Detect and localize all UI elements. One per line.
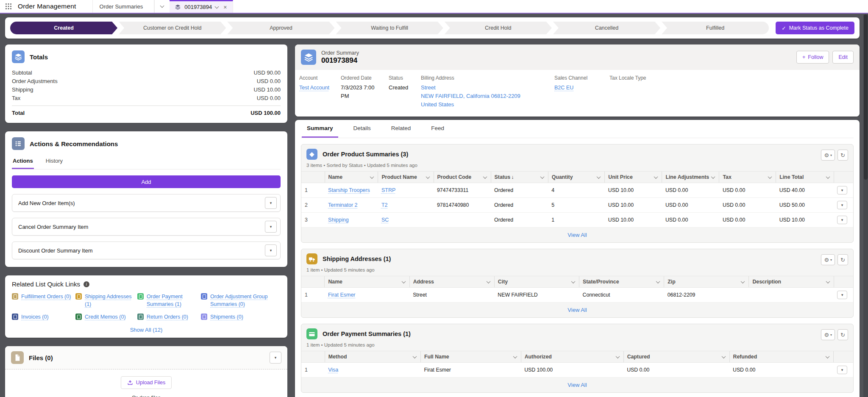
tab-history[interactable]: History xyxy=(45,154,64,169)
column-menu-icon[interactable] xyxy=(401,279,406,283)
column-header-unit-price[interactable]: Unit Price xyxy=(605,172,662,183)
show-all-link[interactable]: Show All (12) xyxy=(130,327,163,333)
column-header-product-code[interactable]: Product Code xyxy=(434,172,491,183)
column-header-line-total[interactable]: Line Total xyxy=(776,172,834,183)
product-link[interactable]: STRP xyxy=(381,187,395,193)
action-item-cancel-order-summary-item[interactable]: Cancel Order Summary Item ▾ xyxy=(12,218,281,236)
return-orders-link[interactable]: Return Orders (0) xyxy=(147,313,188,321)
column-header-name[interactable]: Name xyxy=(325,276,409,288)
column-menu-icon[interactable] xyxy=(826,354,830,358)
list-settings-button[interactable]: ⚙▾ xyxy=(821,150,835,161)
shipments-link[interactable]: Shipments (0) xyxy=(210,313,243,321)
edit-button[interactable]: Edit xyxy=(832,51,854,64)
files-drop-zone[interactable]: Upload Files Or drop files xyxy=(5,369,287,397)
column-header-name[interactable]: Name xyxy=(325,172,378,183)
column-menu-icon[interactable] xyxy=(721,354,726,358)
action-dropdown-icon[interactable]: ▾ xyxy=(265,197,277,209)
column-header-captured[interactable]: Captured xyxy=(623,351,729,363)
refresh-button[interactable]: ↻ xyxy=(837,254,848,265)
column-header-state-province[interactable]: State/Province xyxy=(579,276,664,288)
billing-address-link[interactable]: Street xyxy=(421,83,548,92)
record-tab-dropdown-icon[interactable] xyxy=(215,4,219,8)
row-actions-icon[interactable]: ▾ xyxy=(837,291,847,299)
action-item-add-new-order-items[interactable]: Add New Order Item(s) ▾ xyxy=(12,194,281,212)
tab-summary[interactable]: Summary xyxy=(302,120,338,138)
view-all-link[interactable]: View All xyxy=(568,382,587,388)
follow-button[interactable]: + Follow xyxy=(796,51,829,64)
column-header-status[interactable]: Status↓ xyxy=(491,172,548,183)
row-actions-icon[interactable]: ▾ xyxy=(837,201,847,209)
info-icon[interactable] xyxy=(83,281,89,287)
order-payment-summaries-link[interactable]: Order Payment Summaries (1) xyxy=(147,293,201,308)
column-header-zip[interactable]: Zip xyxy=(664,276,749,288)
column-menu-icon[interactable] xyxy=(826,175,830,179)
sales-channel-link[interactable]: B2C EU xyxy=(554,84,573,92)
vertical-scrollbar[interactable] xyxy=(863,14,868,397)
list-settings-button[interactable]: ⚙▾ xyxy=(821,254,835,265)
column-header-product-name[interactable]: Product Name xyxy=(378,172,434,183)
column-menu-icon[interactable] xyxy=(615,354,620,358)
files-dropdown-icon[interactable]: ▾ xyxy=(270,352,281,364)
add-button[interactable]: Add xyxy=(12,175,281,188)
column-header-tax[interactable]: Tax xyxy=(719,172,776,183)
column-menu-icon[interactable] xyxy=(768,175,772,179)
column-menu-icon[interactable] xyxy=(654,175,658,179)
nav-tab-dropdown-icon[interactable] xyxy=(154,0,170,13)
column-header-method[interactable]: Method xyxy=(325,351,420,363)
column-menu-icon[interactable] xyxy=(483,175,487,179)
refresh-button[interactable]: ↻ xyxy=(837,329,848,340)
nav-tab-record-001973894[interactable]: 001973894 × xyxy=(170,0,233,13)
column-menu-icon[interactable] xyxy=(486,279,490,283)
product-summary-link[interactable]: Shipping xyxy=(328,217,349,223)
path-stage-approved[interactable]: Approved xyxy=(227,22,334,34)
column-menu-icon[interactable] xyxy=(571,279,576,283)
column-header-authorized[interactable]: Authorized xyxy=(521,351,623,363)
billing-address-link[interactable]: United States xyxy=(421,100,548,109)
scrollbar-thumb[interactable] xyxy=(864,14,868,180)
list-settings-button[interactable]: ⚙▾ xyxy=(821,329,835,340)
column-header-city[interactable]: City xyxy=(494,276,579,288)
account-link[interactable]: Test Account xyxy=(299,84,329,92)
path-stage-cancelled[interactable]: Cancelled xyxy=(553,22,660,34)
view-all-link[interactable]: View All xyxy=(568,232,587,238)
product-summary-link[interactable]: Starship Troopers xyxy=(328,187,370,193)
column-header-description[interactable]: Description xyxy=(749,276,834,288)
path-stage-credit-hold[interactable]: Credit Hold xyxy=(445,22,552,34)
column-menu-icon[interactable] xyxy=(597,175,601,179)
path-stage-waiting-to-fulfill[interactable]: Waiting to Fulfill xyxy=(336,22,443,34)
tab-details[interactable]: Details xyxy=(348,120,376,138)
row-actions-icon[interactable]: ▾ xyxy=(837,186,847,194)
shipping-addresses-link[interactable]: Shipping Addresses (1) xyxy=(85,293,137,308)
refresh-button[interactable]: ↻ xyxy=(837,150,848,161)
column-header-address[interactable]: Address xyxy=(409,276,494,288)
payment-method-link[interactable]: Visa xyxy=(328,367,338,373)
order-adjustment-group-summaries-link[interactable]: Order Adjustment Group Summaries (0) xyxy=(210,293,281,308)
fulfillment-orders-link[interactable]: Fulfillment Orders (0) xyxy=(21,293,71,300)
path-stage-customer-on-credit-hold[interactable]: Customer on Credit Hold xyxy=(119,22,226,34)
mark-status-complete-button[interactable]: ✓ Mark Status as Complete xyxy=(776,22,854,34)
tab-related[interactable]: Related xyxy=(386,120,416,138)
row-actions-icon[interactable]: ▾ xyxy=(837,216,847,224)
row-actions-icon[interactable]: ▾ xyxy=(837,366,847,374)
product-summary-link[interactable]: Terminator 2 xyxy=(328,202,357,208)
action-dropdown-icon[interactable]: ▾ xyxy=(265,221,277,233)
column-header-quantity[interactable]: Quantity xyxy=(548,172,605,183)
path-stage-created[interactable]: Created xyxy=(10,22,117,34)
product-link[interactable]: SC xyxy=(381,217,389,223)
column-menu-icon[interactable] xyxy=(826,279,830,283)
app-launcher-icon[interactable] xyxy=(0,0,17,13)
invoices-link[interactable]: Invoices (0) xyxy=(21,313,49,321)
column-menu-icon[interactable] xyxy=(426,175,430,179)
column-menu-icon[interactable] xyxy=(513,354,517,358)
column-header-full-name[interactable]: Full Name xyxy=(420,351,521,363)
column-menu-icon[interactable] xyxy=(412,354,417,358)
column-menu-icon[interactable] xyxy=(540,175,544,179)
view-all-link[interactable]: View All xyxy=(568,307,587,313)
product-link[interactable]: T2 xyxy=(381,202,388,208)
column-header-line-adjustments[interactable]: Line Adjustments xyxy=(662,172,719,183)
column-menu-icon[interactable] xyxy=(741,279,745,283)
column-menu-icon[interactable] xyxy=(711,175,715,179)
close-tab-icon[interactable]: × xyxy=(222,4,228,11)
tab-feed[interactable]: Feed xyxy=(426,120,449,138)
column-menu-icon[interactable] xyxy=(370,175,374,179)
